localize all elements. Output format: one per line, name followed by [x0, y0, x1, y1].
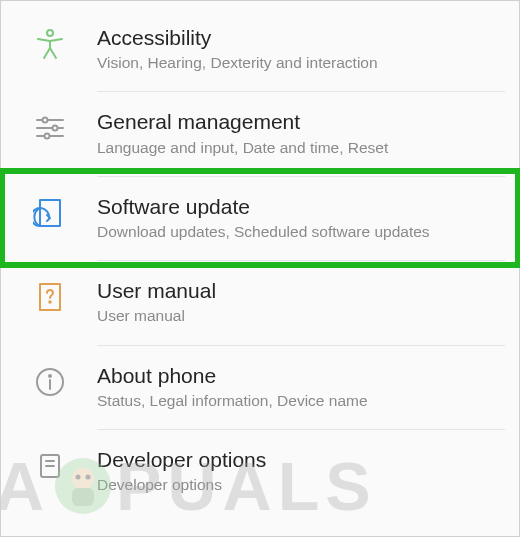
- settings-item-title: About phone: [97, 363, 501, 389]
- settings-item-subtitle: Status, Legal information, Device name: [97, 391, 501, 411]
- settings-item-subtitle: Developer options: [97, 475, 501, 495]
- settings-item-title: Software update: [97, 194, 501, 220]
- settings-item-general-management[interactable]: General management Language and input, D…: [1, 91, 519, 175]
- settings-item-about-phone[interactable]: About phone Status, Legal information, D…: [1, 345, 519, 429]
- settings-item-text: User manual User manual: [79, 278, 501, 326]
- sliders-icon: [21, 109, 79, 145]
- settings-item-subtitle: Download updates, Scheduled software upd…: [97, 222, 501, 242]
- svg-point-8: [49, 301, 51, 303]
- svg-point-10: [49, 375, 51, 377]
- settings-item-text: Accessibility Vision, Hearing, Dexterity…: [79, 25, 501, 73]
- settings-item-subtitle: Vision, Hearing, Dexterity and interacti…: [97, 53, 501, 73]
- settings-item-title: Accessibility: [97, 25, 501, 51]
- developer-icon: [21, 447, 79, 483]
- settings-item-subtitle: User manual: [97, 306, 501, 326]
- settings-list: Accessibility Vision, Hearing, Dexterity…: [1, 1, 519, 513]
- accessibility-icon: [21, 25, 79, 61]
- settings-item-user-manual[interactable]: User manual User manual: [1, 260, 519, 344]
- svg-point-0: [47, 30, 53, 36]
- settings-item-title: General management: [97, 109, 501, 135]
- settings-item-title: Developer options: [97, 447, 501, 473]
- svg-point-2: [43, 118, 48, 123]
- settings-item-accessibility[interactable]: Accessibility Vision, Hearing, Dexterity…: [1, 7, 519, 91]
- settings-item-text: Developer options Developer options: [79, 447, 501, 495]
- settings-item-text: General management Language and input, D…: [79, 109, 501, 157]
- settings-item-developer-options[interactable]: Developer options Developer options: [1, 429, 519, 513]
- settings-item-software-update[interactable]: Software update Download updates, Schedu…: [1, 176, 519, 260]
- update-icon: [21, 194, 79, 230]
- manual-icon: [21, 278, 79, 314]
- settings-item-text: Software update Download updates, Schedu…: [79, 194, 501, 242]
- info-icon: [21, 363, 79, 399]
- settings-item-title: User manual: [97, 278, 501, 304]
- svg-point-4: [53, 126, 58, 131]
- svg-point-6: [45, 134, 50, 139]
- settings-screen: Accessibility Vision, Hearing, Dexterity…: [0, 0, 520, 537]
- settings-item-text: About phone Status, Legal information, D…: [79, 363, 501, 411]
- settings-item-subtitle: Language and input, Date and time, Reset: [97, 138, 501, 158]
